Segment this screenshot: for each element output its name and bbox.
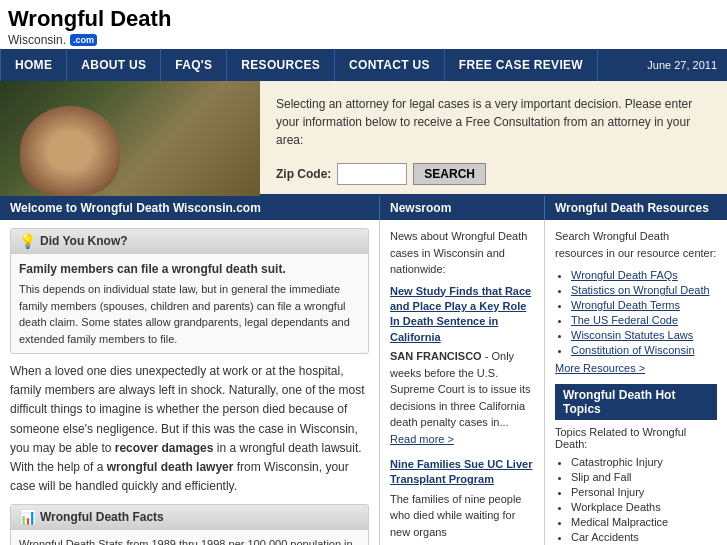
left-body-text: When a loved one dies unexpectedly at wo… [10,362,369,496]
resources-intro: Search Wrongful Death resources in our r… [555,228,717,261]
news-location-1: SAN FRANCISCO [390,350,482,362]
nav-resources[interactable]: RESOURCES [227,49,335,81]
nav-free-review[interactable]: FREE CASE REVIEW [445,49,598,81]
resource-link-6: Constitution of Wisconsin [571,344,717,356]
lawyer-bold: wrongful death lawyer [107,460,234,474]
nav-about[interactable]: ABOUT US [67,49,161,81]
zip-row: Zip Code: SEARCH [276,163,711,185]
more-resources-link[interactable]: More Resources > [555,362,717,374]
resources-column: Search Wrongful Death resources in our r… [545,220,727,545]
news-text-2: The families of nine people who died whi… [390,493,521,538]
left-column: 💡 Did You Know? Family members can file … [0,220,380,545]
news-column: News about Wrongful Death cases in Wisco… [380,220,545,545]
dyk-header: 💡 Did You Know? [11,229,368,254]
hot-topics-list: Catastrophic Injury Slip and Fall Person… [555,456,717,543]
resource-link-1: Wrongful Death FAQs [571,269,717,281]
nav-date: June 27, 2011 [637,49,727,81]
nav-items: HOME ABOUT US FAQ'S RESOURCES CONTACT US… [0,49,637,81]
news-item-2: Nine Families Sue UC Liver Transplant Pr… [390,457,534,540]
news-intro: News about Wrongful Death cases in Wisco… [390,228,534,278]
hot-topics-header: Wrongful Death Hot Topics [555,384,717,420]
hot-topic-6: Car Accidents [571,531,717,543]
dot-com-badge: .com [70,34,97,46]
facts-title: Wrongful Death Facts [40,510,164,524]
bulb-icon: 💡 [19,233,36,249]
read-more-1[interactable]: Read more > [390,433,454,445]
recover-damages-bold: recover damages [115,441,214,455]
resource-link-3: Wrongful Death Terms [571,299,717,311]
nav-faq[interactable]: FAQ'S [161,49,227,81]
resource-link-5: Wisconsin Statutes Laws [571,329,717,341]
hero-description: Selecting an attorney for legal cases is… [276,95,711,149]
main-section-header: Welcome to Wrongful Death Wisconsin.com [0,196,380,220]
dyk-content: Family members can file a wrongful death… [11,254,368,353]
facts-content: Wrongful Death Stats from 1989 thru 1998… [11,530,368,545]
resource-link-4: The US Federal Code [571,314,717,326]
chart-icon: 📊 [19,509,36,525]
resources-section-header: Wrongful Death Resources [545,196,727,220]
hot-topic-3: Personal Injury [571,486,717,498]
dyk-title: Did You Know? [40,234,128,248]
main-nav: HOME ABOUT US FAQ'S RESOURCES CONTACT US… [0,49,727,81]
hot-topic-2: Slip and Fall [571,471,717,483]
news-link-1[interactable]: New Study Finds that Race and Place Play… [390,284,534,346]
hero-face [20,106,120,196]
nav-home[interactable]: HOME [0,49,67,81]
main-content: 💡 Did You Know? Family members can file … [0,220,727,545]
hot-topics-intro: Topics Related to Wrongful Death: [555,426,717,450]
did-you-know-box: 💡 Did You Know? Family members can file … [10,228,369,354]
hot-topic-1: Catastrophic Injury [571,456,717,468]
hero-image [0,81,260,196]
page-header: Wrongful Death Wisconsin. .com [0,0,727,49]
resources-list: Wrongful Death FAQs Statistics on Wrongf… [555,269,717,356]
dyk-body: This depends on individual state law, bu… [19,281,360,347]
search-button[interactable]: SEARCH [413,163,486,185]
zip-label: Zip Code: [276,167,331,181]
news-link-2[interactable]: Nine Families Sue UC Liver Transplant Pr… [390,457,534,488]
page-title: Wrongful Death [8,6,719,32]
wisconsin-badge: Wisconsin. .com [8,33,97,47]
facts-box: 📊 Wrongful Death Facts Wrongful Death St… [10,504,369,545]
resource-link-2: Statistics on Wrongful Death [571,284,717,296]
wisconsin-text: Wisconsin. [8,33,66,47]
facts-header: 📊 Wrongful Death Facts [11,505,368,530]
hot-topic-5: Medical Malpractice [571,516,717,528]
hero-section: Selecting an attorney for legal cases is… [0,81,727,196]
section-headers: Welcome to Wrongful Death Wisconsin.com … [0,196,727,220]
dyk-headline: Family members can file a wrongful death… [19,260,360,278]
news-item-1: New Study Finds that Race and Place Play… [390,284,534,448]
hot-topics-section: Wrongful Death Hot Topics Topics Related… [555,384,717,543]
hot-topic-4: Workplace Deaths [571,501,717,513]
zip-input[interactable] [337,163,407,185]
hero-text: Selecting an attorney for legal cases is… [260,81,727,194]
nav-contact[interactable]: CONTACT US [335,49,445,81]
news-section-header: Newsroom [380,196,545,220]
